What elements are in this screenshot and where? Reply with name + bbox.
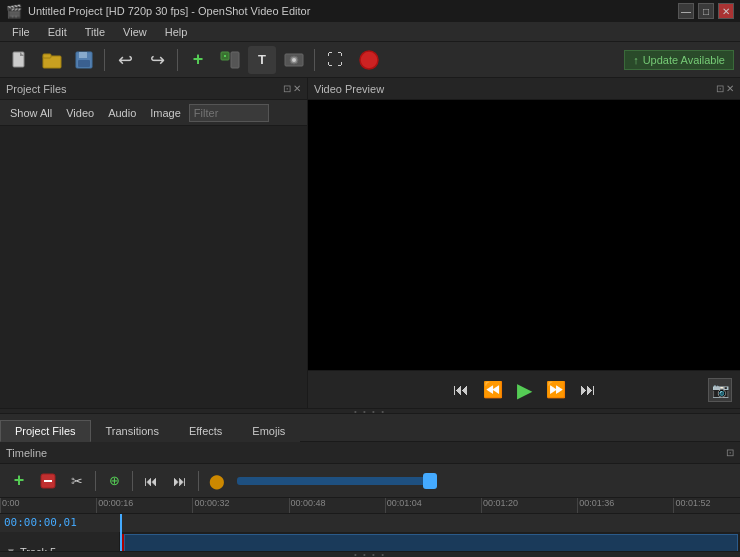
track-5-label: ▼ Track 5: [0, 532, 120, 551]
timeline-content: 00:00:00,01 ▼ Track 5: [0, 514, 740, 551]
redo-button[interactable]: ↪: [143, 46, 171, 74]
title-bar-text: Untitled Project [HD 720p 30 fps] - Open…: [28, 5, 310, 17]
svg-rect-6: [78, 60, 90, 67]
svg-point-14: [360, 51, 378, 69]
video-filter-button[interactable]: Video: [60, 105, 100, 121]
track-5-chevron[interactable]: ▼: [6, 546, 16, 551]
add-track-button[interactable]: [216, 46, 244, 74]
fullscreen-button[interactable]: ⛶: [321, 46, 349, 74]
tl-add-button[interactable]: +: [6, 468, 32, 494]
timeline-header: Timeline ⊡: [0, 442, 740, 464]
update-icon: ↑: [633, 54, 639, 66]
tab-transitions[interactable]: Transitions: [91, 420, 174, 442]
svg-rect-0: [13, 52, 24, 67]
play-button[interactable]: ▶: [513, 376, 536, 404]
update-available-button[interactable]: ↑ Update Available: [624, 50, 734, 70]
tab-project-files[interactable]: Project Files: [0, 420, 91, 442]
time-marker-label: 00:00:48: [289, 498, 326, 508]
menu-title[interactable]: Title: [77, 24, 113, 40]
toolbar: ↩ ↪ + T ⛶ ↑ Update Available: [0, 42, 740, 78]
left-panel-controls: ⊡ ✕: [283, 83, 301, 94]
tl-center-button[interactable]: ⬤: [204, 468, 230, 494]
app-icon: 🎬: [6, 4, 22, 19]
tab-effects[interactable]: Effects: [174, 420, 237, 442]
tl-add-track-button[interactable]: ⊕: [101, 468, 127, 494]
timeline-bottom-handle[interactable]: • • • •: [0, 551, 740, 557]
maximize-button[interactable]: □: [698, 3, 714, 19]
save-button[interactable]: [70, 46, 98, 74]
filter-input[interactable]: [189, 104, 269, 122]
audio-filter-button[interactable]: Audio: [102, 105, 142, 121]
jump-start-button[interactable]: ⏮: [449, 379, 473, 401]
tab-emojis[interactable]: Emojis: [237, 420, 300, 442]
minimize-button[interactable]: —: [678, 3, 694, 19]
timeline-toolbar: + ✂ ⊕ ⏮ ⏭ ⬤: [0, 464, 740, 498]
track-5-content[interactable]: [120, 532, 740, 551]
image-filter-button[interactable]: Image: [144, 105, 187, 121]
scrubber-track: 0:0000:00:1600:00:3200:00:4800:01:0400:0…: [0, 498, 740, 513]
svg-point-13: [292, 58, 296, 62]
add-clip-button[interactable]: +: [184, 46, 212, 74]
right-panel-detach[interactable]: ⊡: [716, 83, 724, 94]
svg-rect-5: [79, 52, 87, 58]
right-panel-title: Video Preview: [314, 83, 384, 95]
show-all-button[interactable]: Show All: [4, 105, 58, 121]
timecode-display: 00:00:00,01: [4, 516, 77, 529]
undo-button[interactable]: ↩: [111, 46, 139, 74]
tl-separator-2: [132, 471, 133, 491]
rewind-button[interactable]: ⏪: [479, 378, 507, 401]
jump-end-button[interactable]: ⏭: [576, 379, 600, 401]
playhead[interactable]: [120, 514, 122, 551]
update-label: Update Available: [643, 54, 725, 66]
tl-jump-end-button[interactable]: ⏭: [167, 468, 193, 494]
time-marker-label: 00:00:16: [96, 498, 133, 508]
title-bar-controls: — □ ✕: [678, 3, 734, 19]
right-panel: Video Preview ⊡ ✕ ⏮ ⏪ ▶ ⏩ ⏭ 📷: [308, 78, 740, 408]
time-marker-label: 0:00: [0, 498, 20, 508]
tl-separator-3: [198, 471, 199, 491]
tl-remove-button[interactable]: [35, 468, 61, 494]
left-panel-close[interactable]: ✕: [293, 83, 301, 94]
record-button[interactable]: [355, 46, 383, 74]
svg-rect-10: [231, 52, 239, 68]
menu-file[interactable]: File: [4, 24, 38, 40]
open-button[interactable]: [38, 46, 66, 74]
main-content: Project Files ⊡ ✕ Show All Video Audio I…: [0, 78, 740, 557]
tl-scissors-button[interactable]: ✂: [64, 468, 90, 494]
left-panel-detach[interactable]: ⊡: [283, 83, 291, 94]
toolbar-separator-1: [104, 49, 105, 71]
video-preview-area: [308, 100, 740, 370]
timeline-scrubber[interactable]: 0:0000:00:1600:00:3200:00:4800:01:0400:0…: [0, 498, 740, 514]
timeline-section: Timeline ⊡ + ✂ ⊕ ⏮ ⏭ ⬤: [0, 442, 740, 557]
animated-title-button[interactable]: [280, 46, 308, 74]
table-row: ▼ Track 5: [0, 532, 740, 551]
menu-view[interactable]: View: [115, 24, 155, 40]
tl-jump-start-button[interactable]: ⏮: [138, 468, 164, 494]
right-panel-close[interactable]: ✕: [726, 83, 734, 94]
panels-row: Project Files ⊡ ✕ Show All Video Audio I…: [0, 78, 740, 408]
title-button[interactable]: T: [248, 46, 276, 74]
time-marker-label: 00:01:04: [385, 498, 422, 508]
toolbar-separator-3: [314, 49, 315, 71]
track-5-clip[interactable]: [124, 534, 738, 551]
right-panel-controls: ⊡ ✕: [716, 83, 734, 94]
menu-edit[interactable]: Edit: [40, 24, 75, 40]
project-files-toolbar: Show All Video Audio Image: [0, 100, 307, 126]
time-marker-label: 00:01:52: [673, 498, 710, 508]
screenshot-button[interactable]: 📷: [708, 378, 732, 402]
left-panel: Project Files ⊡ ✕ Show All Video Audio I…: [0, 78, 308, 408]
toolbar-separator-2: [177, 49, 178, 71]
left-panel-header: Project Files ⊡ ✕: [0, 78, 307, 100]
title-bar: 🎬 Untitled Project [HD 720p 30 fps] - Op…: [0, 0, 740, 22]
timeline-zoom-thumb[interactable]: [423, 473, 437, 489]
menu-help[interactable]: Help: [157, 24, 196, 40]
timeline-zoom-slider[interactable]: [237, 477, 437, 485]
timeline-title: Timeline: [6, 447, 47, 459]
close-button[interactable]: ✕: [718, 3, 734, 19]
timeline-expand-button[interactable]: ⊡: [726, 447, 734, 458]
tabs-row: Project Files Transitions Effects Emojis: [0, 414, 740, 442]
tracks-container: ▼ Track 5 ▼ Track 4: [0, 514, 740, 551]
new-file-button[interactable]: [6, 46, 34, 74]
fast-forward-button[interactable]: ⏩: [542, 378, 570, 401]
time-marker-label: 00:01:36: [577, 498, 614, 508]
